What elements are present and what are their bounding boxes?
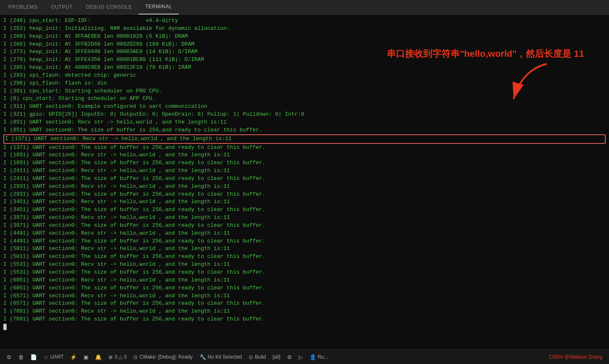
gear2-icon: ⚙ [287,354,292,360]
cursor-blink-indicator [3,324,7,330]
annotation-container: 串口接收到字符串"hello,world"，然后长度是 11 [387,48,584,103]
annotation-arrow [509,62,559,103]
uart-label: UART [50,354,63,360]
status-square[interactable]: ▣ [80,350,92,364]
status-cmake[interactable]: ⊙ CMake: [Debug]: Ready [130,350,196,364]
terminal-line: I (851) UART section0: Recv str -> hello… [3,119,606,126]
terminal-line: I (6051) UART section0: The size of buff… [3,284,606,292]
status-run[interactable]: ▷ [295,350,306,364]
terminal-line: I (6051) UART section0: Recv str -> hell… [3,277,606,284]
terminal-line: I (266) heap_init: At 3FFB2D68 len 0002D… [3,41,606,49]
cmake-icon: ⊙ [133,354,138,360]
terminal-line: I (4491) UART section0: Recv str -> hell… [3,230,606,238]
terminal-line: I (3451) UART section0: The size of buff… [3,206,606,214]
tab-problems[interactable]: PROBLEMS [2,0,44,15]
status-trash[interactable]: 🗑 [15,350,27,364]
terminal-line: I (5531) UART section0: Recv str -> hell… [3,261,606,269]
square-icon: ▣ [83,354,88,360]
status-lightning[interactable]: ⚡ [67,350,80,364]
terminal-line: I (3971) UART section0: Recv str -> hell… [3,214,606,222]
csdn-badge: CSDN @Wallace Zhang [546,354,606,360]
kit-label: No Kit Selected [208,354,242,360]
terminal-line: I (3451) UART section0: Recv str -> hell… [3,198,606,206]
status-bell[interactable]: 🔔 [92,350,105,364]
terminal-area: I (248) cpu_start: ESP-IDF: v4.4-dirtyI … [0,15,609,349]
terminal-line: I (321) gpio: GPIO[26]| InputEn: 0| Outp… [3,111,606,119]
error-icon: ⊗ [108,354,113,360]
file-icon: 📄 [30,354,37,360]
lightning-icon: ⚡ [70,354,77,360]
terminal-line: I (1891) UART section0: Recv str -> hell… [3,151,606,159]
terminal-line: I (4491) UART section0: The size of buff… [3,238,606,245]
tab-output[interactable]: OUTPUT [44,0,79,15]
status-file[interactable]: 📄 [27,350,40,364]
tab-terminal[interactable]: TERMINAL [139,0,179,15]
terminal-line: I (2931) UART section0: The size of buff… [3,191,606,199]
bell-icon: 🔔 [95,354,102,360]
build-icon: ⊙ [248,354,253,360]
annotation-text: 串口接收到字符串"hello,world"，然后长度是 11 [387,48,584,60]
status-bar: ⚙ 🗑 📄 ☆ UART ⚡ ▣ 🔔 ⊗ 0 △ 0 ⊙ CMake: [Deb… [0,349,609,364]
status-all[interactable]: [all] [269,350,284,364]
terminal-line: I (6571) UART section0: The size of buff… [3,300,606,308]
trash-icon: 🗑 [18,354,24,360]
tab-debug-console[interactable]: DEBUG CONSOLE [79,0,139,15]
status-user[interactable]: 👤 Ru... [306,350,331,364]
status-gear2[interactable]: ⚙ [284,350,295,364]
status-settings[interactable]: ⚙ [3,350,15,364]
terminal-line: I (2931) UART section0: Recv str -> hell… [3,183,606,191]
terminal-line: I (7091) UART section0: The size of buff… [3,315,606,323]
tab-bar: PROBLEMS OUTPUT DEBUG CONSOLE TERMINAL [0,0,609,15]
user-label: Ru... [318,354,328,360]
terminal-line: I (2411) UART section0: The size of buff… [3,175,606,183]
status-build[interactable]: ⊙ Build [245,350,269,364]
terminal-line: I (5011) UART section0: Recv str -> hell… [3,245,606,253]
terminal-line: I (1891) UART section0: The size of buff… [3,159,606,167]
run-icon: ▷ [299,354,303,360]
build-label: Build [255,354,266,360]
cmake-label: CMake: [Debug]: Ready [139,354,192,360]
terminal-line: I (248) cpu_start: ESP-IDF: v4.4-dirty [3,17,606,25]
terminal-line: I (2411) UART section0: Recv str -> hell… [3,167,606,175]
settings-icon: ⚙ [7,354,12,360]
status-uart[interactable]: ☆ UART [40,350,67,364]
all-label: [all] [273,354,280,360]
kit-icon: 🔧 [200,354,206,360]
terminal-line: I (1371) UART section0: The size of buff… [3,144,606,152]
error-count: 0 △ 0 [114,354,127,360]
terminal-line: I (3971) UART section0: The size of buff… [3,222,606,230]
terminal-line: I (253) heap_init: Initializing. RAM ava… [3,25,606,33]
terminal-line: I (260) heap_init: At 3FFAE6E0 len 00001… [3,33,606,41]
terminal-highlighted-line: I (1371) UART section0: Recv str -> hell… [3,134,606,144]
terminal-line: I (851) UART section0: The size of buffe… [3,126,606,134]
terminal-line: I (5531) UART section0: The size of buff… [3,269,606,277]
star-icon: ☆ [44,354,49,360]
terminal-line: I (311) UART section0: Example configure… [3,103,606,111]
terminal-line: I (6571) UART section0: Recv str -> hell… [3,292,606,300]
terminal-line: I (7091) UART section0: Recv str -> hell… [3,308,606,315]
terminal-cursor [3,323,606,331]
status-kit[interactable]: 🔧 No Kit Selected [196,350,246,364]
status-errors[interactable]: ⊗ 0 △ 0 [105,350,130,364]
user-icon: 👤 [309,354,316,360]
terminal-line: I (5011) UART section0: The size of buff… [3,253,606,261]
